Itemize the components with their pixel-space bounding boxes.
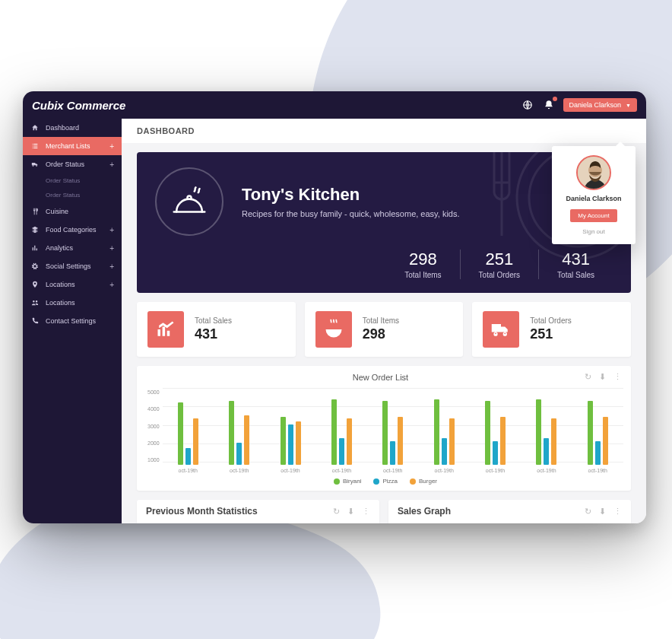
chart-icon [30,243,40,253]
x-tick: oct-19th [281,468,300,473]
hero-stat: 298Total Items [386,250,459,279]
tile-label: Total Sales [195,316,232,325]
sidebar-item-merchant-lists[interactable]: Merchant Lists+ [23,137,122,155]
x-tick: oct-19th [332,468,351,473]
download-icon[interactable]: ⬇ [599,372,606,382]
sidebar-item-label: Dashboard [46,124,79,132]
sales-graph-panel: Sales Graph ↻ ⬇ ⋮ 6 [388,500,631,523]
notification-dot [553,97,557,101]
bar [244,415,249,465]
bar [382,401,388,465]
more-icon[interactable]: ⋮ [613,507,622,517]
bar [339,438,344,465]
bar [296,421,301,465]
y-tick: 5000 [147,389,160,395]
sidebar-item-locations[interactable]: Locations+ [23,275,122,294]
more-icon[interactable]: ⋮ [613,372,622,382]
refresh-icon[interactable]: ↻ [333,507,340,517]
bar-group: oct-19th [521,388,572,473]
refresh-icon[interactable]: ↻ [585,507,591,517]
download-icon[interactable]: ⬇ [347,507,354,517]
sidebar-item-label: Food Categories [46,226,97,234]
sidebar-subitem[interactable]: Order Status [23,173,122,188]
sidebar-item-cuisine[interactable]: Cuisine [23,202,122,221]
bar [390,441,395,465]
sidebar-item-label: Locations [46,281,75,288]
user-menu-button[interactable]: Daniela Clarkson ▼ [563,98,637,112]
refresh-icon[interactable]: ↻ [585,372,591,382]
bell-icon[interactable] [542,98,556,112]
globe-icon[interactable] [521,98,534,112]
gear-icon [30,262,40,271]
bar [588,401,593,465]
stat-value: 251 [479,250,520,269]
bar [442,438,447,465]
legend-biryani: Biryani [343,478,361,485]
stat-tile: Total Sales431 [137,302,296,357]
expand-icon: + [109,161,114,169]
x-tick: oct-19th [383,468,402,473]
sidebar-item-label: Contact Settings [46,317,96,325]
y-tick: 4000 [147,406,160,412]
expand-icon: + [109,244,114,253]
x-tick: oct-19th [486,468,505,473]
stat-tile: Total Orders251 [472,302,631,357]
hero-subtitle: Recipes for the busy family - quick, who… [242,209,460,218]
y-tick: 1000 [147,457,160,463]
popover-user-name: Daniela Clarkson [558,195,629,202]
bar-group: oct-19th [418,388,469,473]
x-tick: oct-19th [230,468,249,473]
content: Daniela Clarkson My Account Sign out DAS… [122,119,646,523]
bar-group: oct-19th [163,388,214,473]
bar [331,399,337,465]
download-icon[interactable]: ⬇ [599,507,606,517]
bar [236,443,242,465]
bar [185,448,191,465]
x-tick: oct-19th [179,468,198,473]
chevron-down-icon: ▼ [626,103,631,108]
bar [536,399,541,465]
bowl-icon [315,311,352,348]
expand-icon: + [109,226,114,234]
stat-value: 431 [557,250,594,269]
bar-group: oct-19th [367,388,418,473]
stat-value: 298 [404,250,441,269]
bar [493,441,498,465]
sidebar-item-dashboard[interactable]: Dashboard [23,119,122,137]
sidebar-item-locations-2[interactable]: Locations [23,294,122,312]
tile-value: 298 [363,326,399,342]
my-account-button[interactable]: My Account [570,209,617,222]
bar [281,417,286,465]
legend-pizza: Pizza [382,478,398,485]
tile-value: 431 [195,326,232,342]
cloche-icon [155,167,223,236]
truck-icon [30,160,40,169]
hero-stat: 251Total Orders [460,250,538,279]
bar [347,418,352,465]
previous-month-panel: Previous Month Statistics ↻ ⬇ ⋮ Pizza 8 [137,500,379,523]
sidebar-subitem[interactable]: Order Status [23,188,122,202]
hero-stat: 431Total Sales [538,250,613,279]
sidebar-item-order-status[interactable]: Order Status+ [23,155,122,173]
sidebar-item-social-settings[interactable]: Social Settings+ [23,257,122,275]
bar-group: oct-19th [214,388,265,473]
tile-value: 251 [530,326,571,342]
stat-label: Total Orders [479,271,520,279]
x-tick: oct-19th [588,468,607,473]
sidebar-item-analytics[interactable]: Analytics+ [23,239,122,257]
stat-tile: Total Items298 [305,302,464,357]
user-popover: Daniela Clarkson My Account Sign out [552,146,636,244]
more-icon[interactable]: ⋮ [362,507,370,517]
expand-icon: + [109,142,114,151]
sidebar-item-label: Order Status [46,161,84,168]
bar [544,438,549,465]
sidebar-item-contact-settings[interactable]: Contact Settings [23,312,122,330]
layers-icon [30,225,40,234]
sign-out-link[interactable]: Sign out [558,228,629,235]
sidebar-item-label: Social Settings [46,262,91,270]
y-tick: 2000 [147,440,160,446]
delivery-truck-icon [483,311,519,348]
bar-group: oct-19th [572,388,623,473]
order-bar-chart: 50004000300020001000 oct-19thoct-19thoct… [137,385,631,491]
sidebar-item-food-categories[interactable]: Food Categories+ [23,221,122,239]
